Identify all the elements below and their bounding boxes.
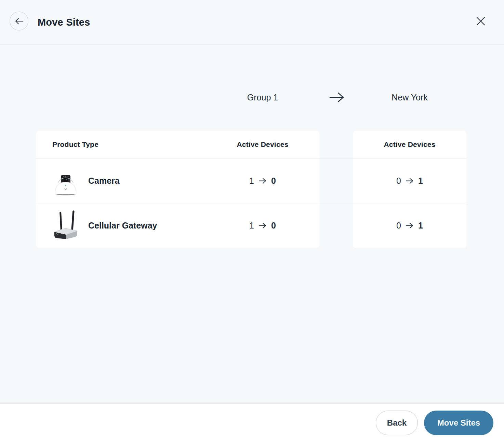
arrow-right-icon [258, 222, 267, 229]
count-to: 0 [271, 176, 276, 186]
arrow-right-icon [406, 178, 414, 184]
product-label-cellular-gateway: Cellular Gateway [88, 203, 157, 248]
count-from: 1 [249, 176, 254, 186]
close-icon [476, 16, 486, 26]
product-label-camera: Camera [88, 158, 120, 203]
page-title: Move Sites [38, 0, 90, 45]
move-sites-button[interactable]: Move Sites [424, 411, 493, 435]
source-group-label: Group 1 [247, 87, 278, 108]
gateway-destination-count: 0 1 [396, 203, 423, 248]
close-button[interactable] [475, 16, 486, 27]
count-to: 0 [271, 221, 276, 231]
transfer-heading: Group 1 New York [0, 87, 504, 108]
transfer-arrow-icon [329, 92, 345, 103]
device-tables: Product Type Active Devices Active Devic… [36, 131, 466, 248]
count-from: 1 [249, 221, 254, 231]
back-button[interactable]: Back [376, 411, 418, 435]
arrow-right-icon [258, 178, 267, 184]
back-circle-button[interactable] [10, 12, 28, 30]
table-row-camera: Camera 1 0 0 [36, 158, 466, 203]
column-header-product-type: Product Type [52, 131, 98, 158]
dialog-header: Move Sites [0, 0, 504, 45]
arrow-right-icon [406, 222, 414, 229]
gateway-source-count: 1 0 [249, 203, 276, 248]
count-to: 1 [418, 176, 423, 186]
dialog-footer: Back Move Sites [0, 403, 504, 442]
dome-camera-image [51, 165, 80, 196]
destination-group-label: New York [392, 87, 428, 108]
table-rows: Product Type Active Devices Active Devic… [36, 131, 466, 248]
camera-source-count: 1 0 [249, 158, 276, 203]
count-from: 0 [396, 221, 401, 231]
column-header-active-devices-source: Active Devices [237, 131, 288, 158]
count-to: 1 [418, 221, 423, 231]
column-header-active-devices-destination: Active Devices [384, 131, 435, 158]
arrow-left-icon [15, 17, 24, 25]
table-header-row: Product Type Active Devices Active Devic… [36, 131, 466, 158]
camera-destination-count: 0 1 [396, 158, 423, 203]
table-row-cellular-gateway: Cellular Gateway 1 0 0 [36, 203, 466, 248]
count-from: 0 [396, 176, 401, 186]
move-sites-dialog: Move Sites Group 1 New York Product Type [0, 0, 504, 442]
cellular-gateway-image [51, 210, 80, 242]
